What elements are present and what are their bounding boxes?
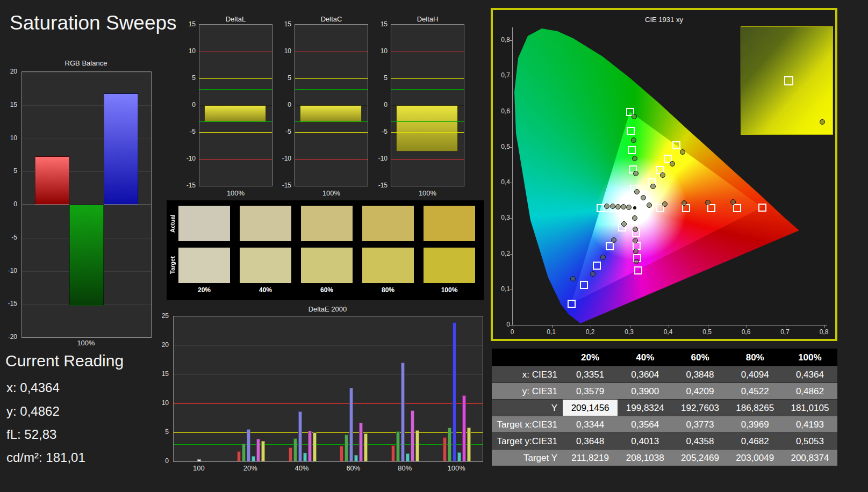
deltae-bar: [252, 456, 255, 461]
table-cell[interactable]: 0,5053: [783, 433, 837, 449]
results-table: 20%40%60%80%100%x: CIE310,33510,36040,38…: [492, 349, 837, 466]
y-axis-tick-label: -15: [378, 182, 388, 189]
measurement-marker: [621, 204, 626, 209]
table-cell[interactable]: 209,1456: [563, 400, 618, 416]
deltae-bar: [261, 441, 265, 461]
measurement-marker: [641, 195, 646, 200]
table-cell[interactable]: 199,8324: [618, 400, 672, 416]
table-row-label: Target y:CIE31: [492, 433, 563, 449]
gridline: [22, 72, 151, 73]
cie-xlabels: 00,10,20,30,40,50,60,70,8: [512, 328, 827, 336]
threshold-line: [391, 78, 464, 79]
y-axis-tick-label: -5: [11, 234, 17, 241]
y-axis-tick-label: 10: [10, 134, 17, 142]
rgb-balance-title: RGB Balance: [21, 59, 150, 67]
target-marker: [606, 242, 614, 250]
table-cell[interactable]: 208,1038: [618, 450, 672, 466]
table-cell[interactable]: 0,3351: [563, 366, 618, 382]
table-column-header: 100%: [783, 349, 837, 366]
white-point-dot: [633, 206, 636, 209]
table-column-header: 80%: [728, 349, 783, 366]
measurement-marker: [621, 221, 627, 227]
swatch-row-label-target: Target: [168, 248, 177, 283]
table-cell[interactable]: 0,4209: [672, 383, 727, 399]
y-axis-tick-label: 5: [13, 167, 17, 175]
table-cell[interactable]: 0,4094: [728, 366, 783, 382]
table-cell[interactable]: 205,2469: [672, 450, 727, 466]
x-axis-tick-label: 0,7: [777, 328, 793, 336]
table-cell[interactable]: 211,8219: [563, 450, 618, 466]
table-cell[interactable]: 0,4364: [783, 366, 837, 382]
measurement-marker: [615, 204, 621, 209]
x-group-label: 20%: [229, 464, 272, 472]
table-cell[interactable]: 181,0105: [783, 400, 837, 416]
deltae-bar: [391, 445, 395, 461]
y-axis-tick-label: -5: [382, 128, 388, 135]
x-group-label: 100%: [435, 464, 478, 472]
table-cell[interactable]: 200,8374: [783, 450, 837, 466]
threshold-line: [391, 89, 464, 90]
y-axis-tick-label: -15: [8, 300, 17, 307]
axis-tick: [510, 218, 512, 219]
y-axis-tick-label: -15: [282, 182, 291, 189]
inset-measurement-marker: [820, 119, 825, 125]
table-cell[interactable]: 0,3564: [618, 416, 672, 432]
axis-tick: [513, 325, 513, 328]
deltae-bar: [448, 428, 451, 461]
table-cell[interactable]: 203,0049: [728, 450, 783, 466]
gridline: [174, 374, 483, 375]
table-cell[interactable]: 0,3773: [672, 416, 727, 432]
table-cell[interactable]: 0,3969: [728, 416, 783, 432]
y-axis-tick-label: 0,8: [501, 36, 510, 44]
table-corner-cell: [492, 349, 563, 366]
delta-h-xlabel: 100%: [391, 189, 464, 197]
threshold-line: [174, 444, 483, 445]
current-reading-fl: fL: 52,83: [6, 427, 56, 442]
table-column-header: 20%: [563, 349, 618, 366]
y-axis-tick-label: 25: [162, 312, 169, 320]
swatch-column-label: 20%: [178, 286, 230, 294]
table-cell[interactable]: 0,4522: [728, 383, 783, 399]
table-cell[interactable]: 0,3648: [563, 433, 618, 449]
table-cell[interactable]: 192,7603: [672, 400, 727, 416]
table-cell[interactable]: 186,8265: [728, 400, 783, 416]
table-row: Target x:CIE310,33440,35640,37730,39690,…: [492, 416, 837, 433]
table-cell[interactable]: 0,4193: [783, 416, 837, 432]
table-cell[interactable]: 0,3344: [563, 416, 618, 432]
table-cell[interactable]: 0,4358: [672, 433, 727, 449]
measurement-marker: [662, 201, 668, 207]
swatch-column-label: 80%: [362, 286, 414, 294]
table-cell[interactable]: 0,4013: [618, 433, 672, 449]
threshold-line: [391, 132, 464, 133]
swatch-actual-60%: [301, 206, 353, 241]
swatch-column-label: 60%: [301, 286, 353, 294]
target-marker: [733, 204, 741, 212]
table-cell[interactable]: 0,3579: [563, 383, 618, 399]
table-cell[interactable]: 0,3848: [672, 366, 727, 382]
x-group-label: 60%: [332, 464, 375, 472]
threshold-line: [295, 159, 368, 160]
y-axis-tick-label: 10: [381, 47, 388, 55]
deltae-bar: [313, 432, 317, 461]
deltae-bar: [345, 435, 348, 461]
threshold-line: [199, 52, 272, 52]
measurement-marker: [650, 184, 656, 189]
deltae-bar: [349, 388, 353, 461]
deltae-bar: [293, 438, 297, 461]
table-cell[interactable]: 0,4862: [783, 383, 837, 399]
table-cell[interactable]: 0,3900: [618, 383, 672, 399]
y-axis-tick-label: -5: [190, 128, 196, 135]
x-axis-tick-label: 0,5: [699, 328, 715, 336]
swatch-target-40%: [240, 248, 291, 283]
gridline: [174, 345, 483, 346]
threshold-line: [391, 121, 464, 122]
rgb-balance-ylabels: 20151050-5-10-15-20: [2, 71, 19, 338]
axis-tick: [786, 325, 786, 328]
y-axis-tick-label: 0: [384, 101, 388, 108]
y-axis-tick-label: 0,3: [501, 214, 510, 221]
axis-tick: [708, 325, 708, 328]
table-row: y: CIE310,35790,39000,42090,45220,4862: [492, 383, 837, 400]
table-cell[interactable]: 0,3604: [618, 366, 672, 382]
x-axis-tick-label: 0,6: [738, 328, 754, 336]
table-cell[interactable]: 0,4682: [728, 433, 783, 449]
